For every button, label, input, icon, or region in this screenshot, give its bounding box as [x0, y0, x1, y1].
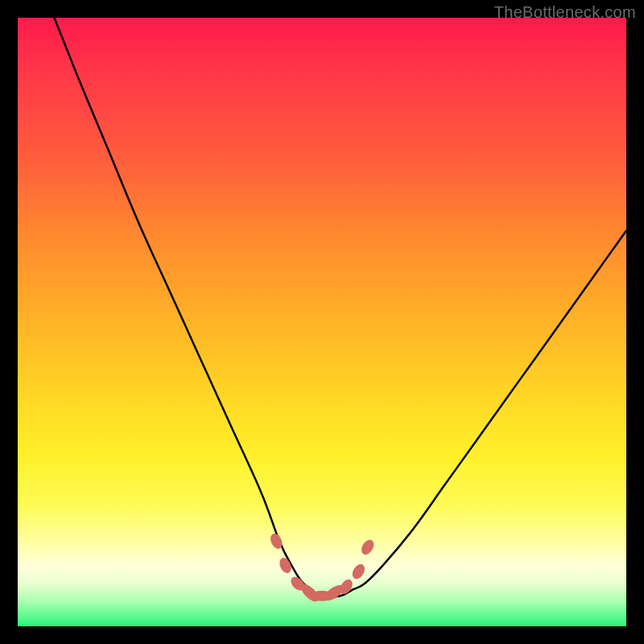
- plot-area: [18, 18, 626, 626]
- marker-dot: [350, 562, 368, 581]
- curve-line: [54, 18, 626, 597]
- marker-dot: [359, 538, 377, 557]
- curve-markers: [268, 531, 376, 605]
- bottleneck-curve: [18, 18, 626, 626]
- chart-frame: TheBottleneck.com: [0, 0, 644, 644]
